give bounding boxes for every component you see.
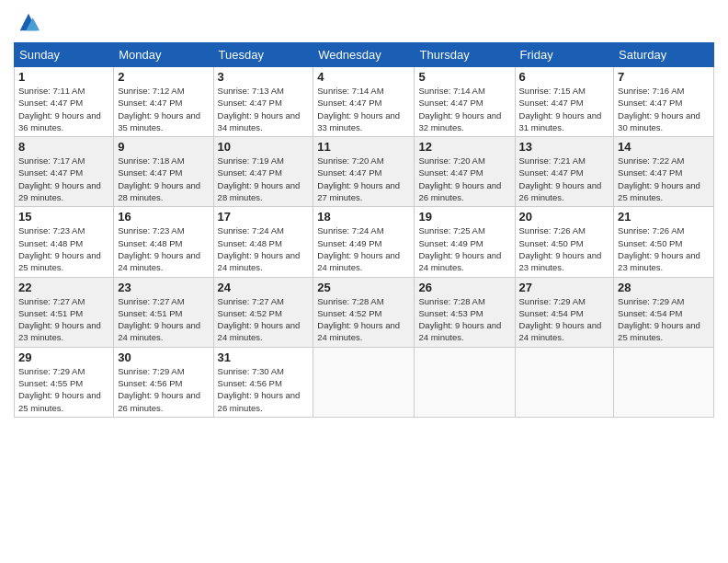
day-info: Sunrise: 7:29 AMSunset: 4:54 PMDaylight:… [618,296,700,343]
day-cell: 21Sunrise: 7:26 AMSunset: 4:50 PMDayligh… [614,207,714,277]
day-cell: 8Sunrise: 7:17 AMSunset: 4:47 PMDaylight… [15,137,114,207]
weekday-header-saturday: Saturday [614,43,714,67]
day-info: Sunrise: 7:26 AMSunset: 4:50 PMDaylight:… [618,225,700,272]
day-cell: 26Sunrise: 7:28 AMSunset: 4:53 PMDayligh… [415,277,515,347]
day-info: Sunrise: 7:24 AMSunset: 4:49 PMDaylight:… [317,225,400,272]
day-info: Sunrise: 7:12 AMSunset: 4:47 PMDaylight:… [118,86,200,132]
day-number: 2 [118,70,209,84]
day-cell: 28Sunrise: 7:29 AMSunset: 4:54 PMDayligh… [614,277,714,347]
week-row-5: 29Sunrise: 7:29 AMSunset: 4:55 PMDayligh… [15,347,714,417]
day-info: Sunrise: 7:30 AMSunset: 4:56 PMDaylight:… [218,366,301,413]
day-number: 30 [118,350,209,364]
day-number: 6 [519,70,610,84]
day-info: Sunrise: 7:21 AMSunset: 4:47 PMDaylight:… [519,155,602,202]
day-cell: 16Sunrise: 7:23 AMSunset: 4:48 PMDayligh… [114,207,213,277]
day-info: Sunrise: 7:20 AMSunset: 4:47 PMDaylight:… [418,155,501,202]
day-info: Sunrise: 7:22 AMSunset: 4:47 PMDaylight:… [618,155,700,202]
day-cell [614,347,714,417]
day-info: Sunrise: 7:25 AMSunset: 4:49 PMDaylight:… [418,225,501,272]
header [14,9,714,35]
day-number: 8 [18,140,109,154]
day-cell: 4Sunrise: 7:14 AMSunset: 4:47 PMDaylight… [313,67,415,137]
day-cell: 5Sunrise: 7:14 AMSunset: 4:47 PMDaylight… [415,67,515,137]
day-info: Sunrise: 7:27 AMSunset: 4:51 PMDaylight:… [18,296,101,343]
weekday-header-sunday: Sunday [15,43,114,67]
day-number: 20 [519,210,610,224]
day-info: Sunrise: 7:27 AMSunset: 4:52 PMDaylight:… [218,296,301,343]
day-cell: 29Sunrise: 7:29 AMSunset: 4:55 PMDayligh… [15,347,114,417]
day-info: Sunrise: 7:14 AMSunset: 4:47 PMDaylight:… [418,86,501,132]
day-cell: 19Sunrise: 7:25 AMSunset: 4:49 PMDayligh… [415,207,515,277]
week-row-2: 8Sunrise: 7:17 AMSunset: 4:47 PMDaylight… [15,137,714,207]
day-info: Sunrise: 7:28 AMSunset: 4:53 PMDaylight:… [418,296,501,343]
day-number: 14 [618,140,710,154]
day-number: 18 [317,210,410,224]
day-info: Sunrise: 7:20 AMSunset: 4:47 PMDaylight:… [317,155,400,202]
day-info: Sunrise: 7:14 AMSunset: 4:47 PMDaylight:… [317,86,400,132]
day-cell: 22Sunrise: 7:27 AMSunset: 4:51 PMDayligh… [15,277,114,347]
day-number: 3 [218,70,310,84]
day-number: 28 [618,281,710,294]
day-number: 27 [519,281,610,294]
page-container: SundayMondayTuesdayWednesdayThursdayFrid… [0,0,728,427]
day-cell: 23Sunrise: 7:27 AMSunset: 4:51 PMDayligh… [114,277,213,347]
day-cell: 27Sunrise: 7:29 AMSunset: 4:54 PMDayligh… [515,277,614,347]
day-cell: 30Sunrise: 7:29 AMSunset: 4:56 PMDayligh… [114,347,213,417]
day-cell: 11Sunrise: 7:20 AMSunset: 4:47 PMDayligh… [313,137,415,207]
day-number: 11 [317,140,410,154]
day-number: 25 [317,281,410,294]
calendar-header-row: SundayMondayTuesdayWednesdayThursdayFrid… [15,43,714,67]
day-number: 22 [18,281,109,294]
day-info: Sunrise: 7:29 AMSunset: 4:56 PMDaylight:… [118,366,200,413]
day-cell: 14Sunrise: 7:22 AMSunset: 4:47 PMDayligh… [614,137,714,207]
day-number: 12 [418,140,510,154]
day-number: 1 [18,70,109,84]
day-info: Sunrise: 7:28 AMSunset: 4:52 PMDaylight:… [317,296,400,343]
day-cell: 25Sunrise: 7:28 AMSunset: 4:52 PMDayligh… [313,277,415,347]
day-cell: 10Sunrise: 7:19 AMSunset: 4:47 PMDayligh… [213,137,313,207]
weekday-header-friday: Friday [515,43,614,67]
day-number: 31 [218,350,310,364]
day-cell: 17Sunrise: 7:24 AMSunset: 4:48 PMDayligh… [213,207,313,277]
calendar-table: SundayMondayTuesdayWednesdayThursdayFrid… [14,42,714,418]
day-info: Sunrise: 7:16 AMSunset: 4:47 PMDaylight:… [618,86,700,132]
day-info: Sunrise: 7:24 AMSunset: 4:48 PMDaylight:… [218,225,301,272]
day-cell: 12Sunrise: 7:20 AMSunset: 4:47 PMDayligh… [415,137,515,207]
day-cell: 20Sunrise: 7:26 AMSunset: 4:50 PMDayligh… [515,207,614,277]
day-number: 21 [618,210,710,224]
day-cell: 1Sunrise: 7:11 AMSunset: 4:47 PMDaylight… [15,67,114,137]
day-cell: 13Sunrise: 7:21 AMSunset: 4:47 PMDayligh… [515,137,614,207]
week-row-1: 1Sunrise: 7:11 AMSunset: 4:47 PMDaylight… [15,67,714,137]
day-number: 19 [418,210,510,224]
day-number: 24 [218,281,310,294]
week-row-4: 22Sunrise: 7:27 AMSunset: 4:51 PMDayligh… [15,277,714,347]
day-number: 5 [418,70,510,84]
day-cell: 6Sunrise: 7:15 AMSunset: 4:47 PMDaylight… [515,67,614,137]
day-cell: 18Sunrise: 7:24 AMSunset: 4:49 PMDayligh… [313,207,415,277]
day-cell: 9Sunrise: 7:18 AMSunset: 4:47 PMDaylight… [114,137,213,207]
weekday-header-wednesday: Wednesday [313,43,415,67]
day-info: Sunrise: 7:29 AMSunset: 4:55 PMDaylight:… [18,366,101,413]
day-number: 26 [418,281,510,294]
day-cell: 24Sunrise: 7:27 AMSunset: 4:52 PMDayligh… [213,277,313,347]
day-info: Sunrise: 7:17 AMSunset: 4:47 PMDaylight:… [18,155,101,202]
day-info: Sunrise: 7:23 AMSunset: 4:48 PMDaylight:… [118,225,200,272]
day-info: Sunrise: 7:11 AMSunset: 4:47 PMDaylight:… [18,86,101,132]
weekday-header-thursday: Thursday [415,43,515,67]
day-info: Sunrise: 7:26 AMSunset: 4:50 PMDaylight:… [519,225,602,272]
day-number: 29 [18,350,109,364]
calendar-body: 1Sunrise: 7:11 AMSunset: 4:47 PMDaylight… [15,67,714,418]
day-info: Sunrise: 7:27 AMSunset: 4:51 PMDaylight:… [118,296,200,343]
day-cell: 7Sunrise: 7:16 AMSunset: 4:47 PMDaylight… [614,67,714,137]
logo [14,9,41,35]
day-cell: 3Sunrise: 7:13 AMSunset: 4:47 PMDaylight… [213,67,313,137]
weekday-header-monday: Monday [114,43,213,67]
week-row-3: 15Sunrise: 7:23 AMSunset: 4:48 PMDayligh… [15,207,714,277]
day-info: Sunrise: 7:19 AMSunset: 4:47 PMDaylight:… [218,155,301,202]
day-number: 10 [218,140,310,154]
day-number: 23 [118,281,209,294]
day-number: 13 [519,140,610,154]
day-number: 7 [618,70,710,84]
day-cell: 15Sunrise: 7:23 AMSunset: 4:48 PMDayligh… [15,207,114,277]
weekday-header-tuesday: Tuesday [213,43,313,67]
